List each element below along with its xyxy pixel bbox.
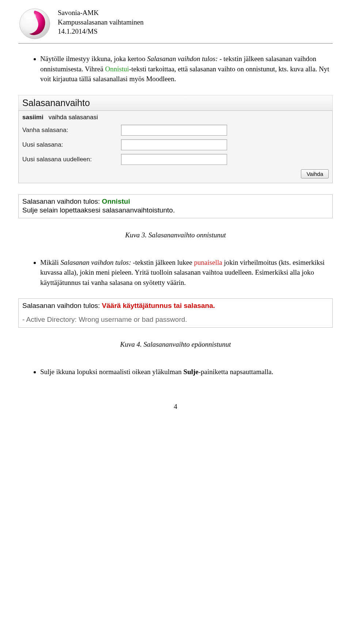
result-subline: Sulje selain lopettaaksesi salasananvaih… xyxy=(22,206,329,214)
form-panel: sasiimi vaihda salasanasi Vanha salasana… xyxy=(18,110,333,183)
red-text: punaisella xyxy=(194,259,222,266)
italic-text: Salasanan vaihdon tulos: xyxy=(60,259,133,266)
page-number: 4 xyxy=(18,403,333,411)
result-box-success: Salasanan vaihdon tulos: Onnistui Sulje … xyxy=(18,194,333,218)
username-label: sasiimi xyxy=(22,114,44,121)
instruction-item: Mikäli Salasanan vaihdon tulos: -tekstin… xyxy=(40,257,333,288)
instruction-list-1: Näytölle ilmestyy ikkuna, joka kertoo Sa… xyxy=(18,54,333,84)
svg-point-1 xyxy=(24,12,36,19)
text: -tekstin jälkeen lukee xyxy=(133,259,194,266)
instruction-text: vaihda salasanasi xyxy=(49,114,98,121)
old-password-input[interactable] xyxy=(121,125,227,136)
result-box-error: Salasanan vaihdon tulos: Väärä käyttäjät… xyxy=(18,298,333,328)
result-status-success: Onnistui xyxy=(102,197,130,205)
bold-text: Sulje xyxy=(184,368,199,376)
change-button[interactable]: Vaihda xyxy=(301,169,329,178)
result-prefix: Salasanan vaihdon tulos: xyxy=(22,302,102,309)
repeat-password-input[interactable] xyxy=(121,154,227,165)
header-line2: Kampussalasanan vaihtaminen xyxy=(58,18,144,27)
figure-caption-4: Kuva 4. Salasananvaihto epäonnistunut xyxy=(18,340,333,349)
instruction-list-2: Mikäli Salasanan vaihdon tulos: -tekstin… xyxy=(18,257,333,288)
savonia-logo xyxy=(18,7,51,40)
result-status-error: Väärä käyttäjätunnus tai salasana. xyxy=(102,302,215,309)
instruction-list-3: Sulje ikkuna lopuksi normaalisti oikean … xyxy=(18,367,333,377)
result-prefix: Salasanan vaihdon tulos: xyxy=(22,197,102,205)
result-error-detail: - Active Directory: Wrong username or ba… xyxy=(22,316,329,324)
new-password-input[interactable] xyxy=(121,139,227,150)
text: Sulje ikkuna lopuksi normaalisti oikean … xyxy=(40,368,184,376)
page-header: Savonia-AMK Kampussalasanan vaihtaminen … xyxy=(18,7,333,44)
password-change-form-screenshot: Salasananvaihto sasiimi vaihda salasanas… xyxy=(18,95,333,218)
text: Mikäli xyxy=(40,259,60,266)
instruction-item: Näytölle ilmestyy ikkuna, joka kertoo Sa… xyxy=(40,54,333,84)
old-password-label: Vanha salasana: xyxy=(22,127,121,134)
header-line1: Savonia-AMK xyxy=(58,8,144,18)
italic-text: Salasanan vaihdon tulos: xyxy=(147,55,219,63)
text: Näytölle ilmestyy ikkuna, joka kertoo xyxy=(40,55,147,63)
text: -painiketta napsauttamalla. xyxy=(199,368,273,376)
figure-caption-3: Kuva 3. Salasananvaihto onnistunut xyxy=(18,231,333,239)
repeat-password-label: Uusi salasana uudelleen: xyxy=(22,156,121,163)
new-password-label: Uusi salasana: xyxy=(22,141,121,148)
header-line3: 14.1.2014/MS xyxy=(58,27,144,36)
instruction-item: Sulje ikkuna lopuksi normaalisti oikean … xyxy=(40,367,333,377)
green-text: Onnistui xyxy=(105,65,129,73)
panel-title: Salasananvaihto xyxy=(18,95,333,110)
